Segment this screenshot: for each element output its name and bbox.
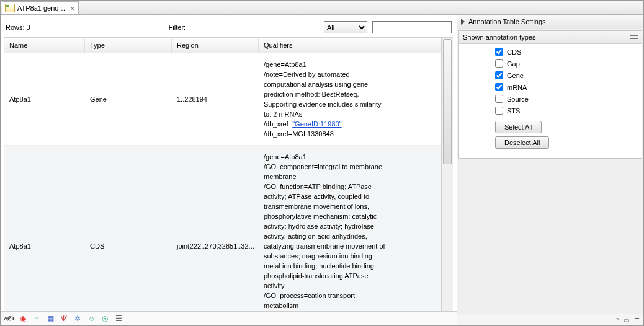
checkbox[interactable] <box>495 107 503 115</box>
section-title: Shown annotation types <box>463 33 535 41</box>
type-checkbox-sts[interactable]: STS <box>495 107 637 115</box>
section-body: CDS Gap Gene mRNA Source STS Select All … <box>459 44 642 158</box>
restriction-icon[interactable]: Ѱ <box>59 314 69 324</box>
document-tabbar: ATP8a1 genomi... <box>1 1 643 15</box>
select-all-button[interactable]: Select All <box>495 121 542 133</box>
side-panel-title: Annotation Table Settings <box>468 18 546 25</box>
deselect-all-button[interactable]: Deselect All <box>495 136 549 149</box>
checkbox[interactable] <box>495 59 503 68</box>
type-checkbox-gene[interactable]: Gene <box>495 71 637 79</box>
main-body: Rows: 3 Filter: All Name Type Region Qua… <box>1 15 643 325</box>
section-header[interactable]: Shown annotation types <box>459 31 642 44</box>
type-checkbox-cds[interactable]: CDS <box>495 48 637 56</box>
left-pane: Rows: 3 Filter: All Name Type Region Qua… <box>1 15 457 325</box>
checkbox[interactable] <box>495 48 503 56</box>
cell-region: 1..228194 <box>172 90 259 108</box>
layout-icon[interactable]: ▭ <box>624 317 629 324</box>
col-header-name[interactable]: Name <box>4 38 85 53</box>
col-header-region[interactable]: Region <box>172 38 259 53</box>
annotation-table-wrap: Name Type Region Qualifiers Atp8a1 Gene … <box>4 37 453 311</box>
record-icon[interactable]: ◉ <box>18 314 28 324</box>
circular-icon[interactable]: ◎ <box>100 314 110 324</box>
table-row[interactable]: Atp8a1 CDS join(222..270,32851..32... /g… <box>4 146 441 311</box>
cell-name: Atp8a1 <box>4 90 85 108</box>
table-row[interactable]: Atp8a1 Gene 1..228194 /gene=Atp8a1 /note… <box>4 53 441 146</box>
menu-icon[interactable]: ☰ <box>634 317 640 324</box>
db-xref-link[interactable]: "GeneID:11980" <box>292 120 341 128</box>
help-icon[interactable]: ? <box>615 317 619 324</box>
act-icon[interactable]: AȻT <box>4 314 14 324</box>
table-body: Atp8a1 Gene 1..228194 /gene=Atp8a1 /note… <box>4 53 441 311</box>
cell-type: Gene <box>85 90 172 108</box>
type-checkbox-mrna[interactable]: mRNA <box>495 83 637 91</box>
checkbox[interactable] <box>495 95 503 103</box>
annotation-types-section: Shown annotation types CDS Gap Gene mRNA… <box>458 30 642 159</box>
cell-type: CDS <box>85 237 172 255</box>
filter-input[interactable] <box>372 21 452 33</box>
cell-qualifiers: /gene=Atp8a1 /note=Derived by automated … <box>259 53 441 145</box>
side-panel-fill <box>457 160 643 314</box>
type-checkbox-source[interactable]: Source <box>495 95 637 103</box>
sequence-icon[interactable]: ≡ <box>32 314 42 324</box>
col-header-qualifiers[interactable]: Qualifiers <box>259 38 441 53</box>
structure-icon[interactable]: ✲ <box>73 314 83 324</box>
app-root: ATP8a1 genomi... Rows: 3 Filter: All Nam… <box>0 0 644 326</box>
document-tab[interactable]: ATP8a1 genomi... <box>2 1 79 14</box>
collapse-icon[interactable] <box>630 35 638 39</box>
map-icon[interactable]: ⍉ <box>86 314 96 324</box>
document-tab-label: ATP8a1 genomi... <box>17 4 67 12</box>
scrollbar-thumb[interactable] <box>443 39 452 164</box>
annotation-table: Name Type Region Qualifiers Atp8a1 Gene … <box>4 38 441 311</box>
side-panel: Annotation Table Settings Shown annotati… <box>457 15 643 325</box>
row-count-label: Rows: 3 <box>6 24 30 31</box>
side-panel-status: ? ▭ ☰ <box>457 314 643 325</box>
vertical-scrollbar[interactable] <box>441 38 453 311</box>
checkbox[interactable] <box>495 71 503 79</box>
filter-bar: Rows: 3 Filter: All <box>1 15 457 37</box>
expand-icon <box>461 19 465 25</box>
cell-name: Atp8a1 <box>4 237 85 255</box>
close-icon[interactable] <box>69 5 76 11</box>
filter-scope-select[interactable]: All <box>324 21 367 33</box>
view-toolbar: AȻT ◉ ≡ ▦ Ѱ ✲ ⍉ ◎ ☰ <box>1 311 457 325</box>
sequence-file-icon <box>5 4 15 12</box>
col-header-type[interactable]: Type <box>85 38 172 53</box>
filter-label: Filter: <box>169 24 186 31</box>
cell-qualifiers: /gene=Atp8a1 /GO_component=integral to m… <box>259 146 441 311</box>
checkbox[interactable] <box>495 83 503 91</box>
side-panel-header[interactable]: Annotation Table Settings <box>457 15 643 29</box>
table-header: Name Type Region Qualifiers <box>4 38 441 53</box>
text-icon[interactable]: ☰ <box>114 314 123 324</box>
type-checkbox-gap[interactable]: Gap <box>495 59 637 68</box>
table-icon[interactable]: ▦ <box>45 314 55 324</box>
cell-region: join(222..270,32851..32... <box>172 237 259 255</box>
